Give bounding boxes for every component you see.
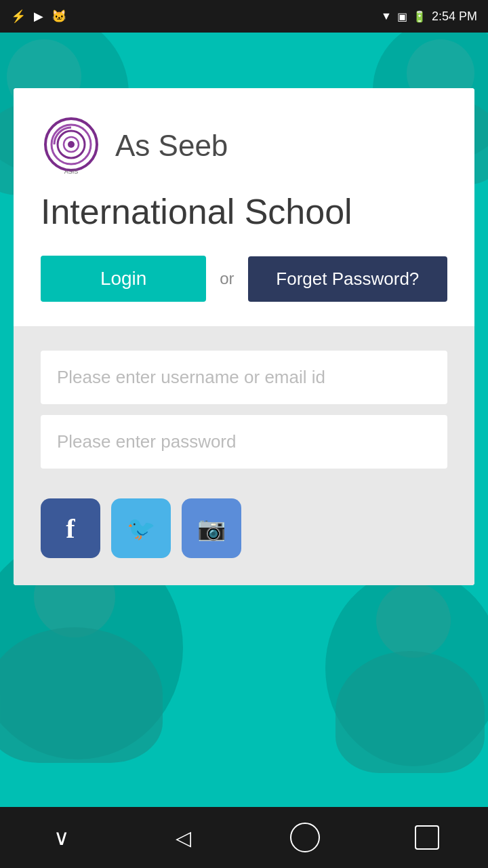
- action-row: Login or Forget Password?: [41, 256, 447, 302]
- svg-text:ASIS: ASIS: [64, 168, 79, 175]
- nav-down-button[interactable]: ∨: [41, 817, 81, 858]
- instagram-icon: 📷: [197, 515, 226, 542]
- youtube-icon: ▶: [34, 9, 43, 24]
- status-bar: ⚡ ▶ 🐱 ▼ ▣ 🔋 2:54 PM: [0, 0, 488, 33]
- card-form: f 🐦 📷: [14, 326, 474, 585]
- username-input[interactable]: [41, 351, 447, 404]
- navigation-bar: ∨ ◁: [0, 807, 488, 868]
- status-time: 2:54 PM: [432, 9, 477, 24]
- instagram-button[interactable]: 📷: [182, 498, 241, 558]
- school-name: International School: [41, 193, 447, 231]
- nav-home-button[interactable]: [285, 817, 325, 858]
- forget-password-button[interactable]: Forget Password?: [248, 256, 447, 302]
- svg-point-4: [68, 141, 75, 148]
- facebook-button[interactable]: f: [41, 498, 100, 558]
- signal-icon: ▣: [397, 10, 407, 23]
- nav-recent-button[interactable]: [407, 817, 447, 858]
- recent-apps-icon: [415, 825, 439, 850]
- or-separator: or: [220, 269, 234, 288]
- password-input[interactable]: [41, 415, 447, 469]
- facebook-icon: f: [66, 513, 75, 545]
- usb-icon: ⚡: [11, 9, 26, 24]
- back-icon: ◁: [176, 826, 191, 850]
- home-icon: [290, 823, 320, 852]
- login-card: ASIS As Seeb International School Login …: [14, 88, 474, 585]
- bug-icon: 🐱: [52, 9, 66, 24]
- social-row: f 🐦 📷: [41, 498, 447, 558]
- login-button[interactable]: Login: [41, 256, 206, 302]
- card-header: ASIS As Seeb International School Login …: [14, 88, 474, 326]
- brand-row: ASIS As Seeb: [41, 115, 447, 176]
- brand-name: As Seeb: [115, 129, 228, 163]
- battery-icon: 🔋: [413, 10, 426, 23]
- status-right-icons: ▼ ▣ 🔋 2:54 PM: [381, 9, 477, 24]
- nav-back-button[interactable]: ◁: [163, 817, 203, 858]
- app-logo: ASIS: [41, 115, 102, 176]
- twitter-icon: 🐦: [127, 515, 155, 542]
- chevron-down-icon: ∨: [54, 825, 69, 850]
- status-left-icons: ⚡ ▶ 🐱: [11, 9, 66, 24]
- wifi-icon: ▼: [381, 10, 392, 22]
- twitter-button[interactable]: 🐦: [111, 498, 171, 558]
